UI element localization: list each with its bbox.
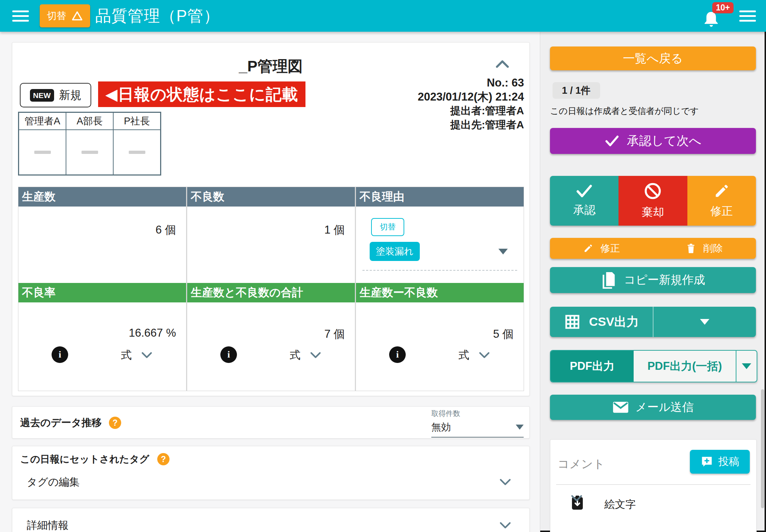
collapse-card-button[interactable] xyxy=(495,59,510,70)
reason-switch-button[interactable]: 切替 xyxy=(371,218,404,236)
cell-controls: i 式 xyxy=(187,345,355,365)
tags-edit-accordion[interactable]: タグの編集 xyxy=(27,475,511,489)
details-accordion[interactable]: 詳細情報 xyxy=(27,518,511,532)
column-header: 生産数 xyxy=(18,187,187,207)
header-switch-button[interactable]: 切替 xyxy=(40,4,90,27)
help-icon[interactable]: ? xyxy=(109,417,121,429)
pdf-export-batch-button[interactable]: PDF出力(一括) xyxy=(634,351,736,382)
chevron-down-icon xyxy=(571,495,583,502)
cell-controls: i 式 xyxy=(356,345,524,365)
report-datetime: 2023/01/12(木) 21:24 xyxy=(418,90,524,104)
dropdown-caret-icon xyxy=(516,425,524,430)
dropdown-caret-icon[interactable] xyxy=(498,249,508,254)
edit-delete-button-group: 修正 削除 xyxy=(550,238,756,259)
column-header: 生産数と不良数の合計 xyxy=(187,283,356,302)
formula-label: 式 xyxy=(121,348,132,363)
reason-select[interactable]: 塗装漏れ xyxy=(370,242,508,261)
scrollbar-thumb[interactable] xyxy=(761,389,764,508)
same-author-note: この日報は作成者と受信者が同じです xyxy=(550,105,699,117)
notifications-button[interactable]: 10+ xyxy=(702,1,727,30)
column-header: 不良率 xyxy=(18,283,187,302)
csv-export-button[interactable]: CSV出力 xyxy=(550,307,653,337)
defect-rate-value: 16.667 % xyxy=(129,327,176,340)
warning-triangle-icon xyxy=(71,11,83,21)
fetch-count-value: 無効 xyxy=(431,421,451,434)
defect-rate-cell: 16.667 % i 式 xyxy=(18,302,187,391)
fix-button[interactable]: 修正 xyxy=(687,176,756,226)
header-actions: 10+ xyxy=(702,1,756,30)
info-icon[interactable]: i xyxy=(220,346,237,363)
post-comment-button[interactable]: 投稿 xyxy=(690,450,750,474)
edit-button[interactable]: 修正 xyxy=(550,238,653,259)
emoji-accordion[interactable]: 絵文字 xyxy=(550,491,756,516)
report-submitter: 提出者:管理者A xyxy=(418,104,524,118)
column-header: 生産数ー不良数 xyxy=(356,283,524,302)
formula-toggle[interactable]: 式 xyxy=(121,348,153,363)
formula-label: 式 xyxy=(458,348,469,363)
approve-next-label: 承認して次へ xyxy=(627,133,701,149)
ban-icon xyxy=(643,182,662,200)
empty-stamp-placeholder xyxy=(34,151,51,154)
comment-title: コメント xyxy=(558,456,605,472)
fix-label: 修正 xyxy=(710,204,733,219)
column-header: 不良数 xyxy=(187,187,356,207)
delete-button[interactable]: 削除 xyxy=(653,238,756,259)
defect-count-value: 1 個 xyxy=(324,222,345,238)
stamp-column-header: P社長 xyxy=(113,112,160,130)
fetch-count-value-row[interactable]: 無効 xyxy=(431,421,524,438)
copy-file-icon xyxy=(601,271,617,289)
app-header: 切替 品質管理（P管） 10+ xyxy=(0,0,766,32)
approve-button[interactable]: 承認 xyxy=(550,176,618,226)
defect-count-cell: 1 個 xyxy=(187,207,356,283)
post-comment-label: 投稿 xyxy=(718,455,739,469)
pdf-export-button[interactable]: PDF出力 xyxy=(551,351,634,382)
decision-button-group: 承認 棄却 修正 xyxy=(550,176,756,226)
menu-icon[interactable] xyxy=(12,10,29,22)
pdf-export-button-group: PDF出力 PDF出力(一括) xyxy=(550,350,757,382)
dropdown-caret-icon xyxy=(742,363,751,369)
check-icon xyxy=(575,184,594,198)
back-to-list-button[interactable]: 一覧へ戻る xyxy=(550,46,756,70)
copy-create-button[interactable]: コピー新規作成 xyxy=(550,267,756,293)
mail-icon xyxy=(612,401,629,414)
tags-title: この日報にセットされたタグ xyxy=(20,453,149,466)
approve-and-next-button[interactable]: 承認して次へ xyxy=(550,128,756,154)
info-icon[interactable]: i xyxy=(389,346,406,363)
reason-tag-chip[interactable]: 塗装漏れ xyxy=(370,242,420,261)
send-mail-button[interactable]: メール送信 xyxy=(550,395,756,420)
fetch-count-label: 取得件数 xyxy=(431,409,524,418)
chevron-down-icon xyxy=(310,352,321,359)
chevron-down-icon xyxy=(479,352,490,359)
csv-export-menu-button[interactable] xyxy=(653,307,756,337)
app-root: 切替 品質管理（P管） 10+ _P管理図 xyxy=(0,0,766,532)
stamp-cell xyxy=(19,130,66,175)
production-count-cell: 6 個 xyxy=(18,207,187,283)
pdf-export-menu-button[interactable] xyxy=(736,351,757,382)
csv-export-label: CSV出力 xyxy=(589,314,639,330)
new-tag: NEW xyxy=(30,89,54,102)
tags-title-row: この日報にセットされたタグ ? xyxy=(20,453,170,466)
approve-label: 承認 xyxy=(573,203,595,218)
difference-cell: 5 個 i 式 xyxy=(356,302,524,391)
emoji-label: 絵文字 xyxy=(604,497,636,512)
trash-icon xyxy=(686,243,696,254)
cell-controls: i 式 xyxy=(18,345,186,365)
stamp-column-header: A部長 xyxy=(66,112,113,130)
overflow-menu-icon[interactable] xyxy=(739,10,756,22)
stamp-cell xyxy=(113,130,160,175)
report-card: _P管理図 NEW 新規 ◀日報の状態はここに記載 No.: 63 2023/0… xyxy=(12,42,530,396)
info-icon[interactable]: i xyxy=(52,346,68,363)
history-section: 過去のデータ推移 ? 取得件数 無効 xyxy=(12,406,530,439)
reject-button[interactable]: 棄却 xyxy=(618,176,687,226)
grid-value-row-2: 16.667 % i 式 7 個 i xyxy=(18,302,524,391)
comment-section: コメント 投稿 絵文字 xyxy=(550,439,757,532)
fetch-count-select[interactable]: 取得件数 無効 xyxy=(431,409,524,438)
info-glyph: i xyxy=(58,349,61,360)
formula-toggle[interactable]: 式 xyxy=(290,348,321,363)
report-recipient: 提出先:管理者A xyxy=(418,118,524,132)
formula-toggle[interactable]: 式 xyxy=(458,348,490,363)
help-icon[interactable]: ? xyxy=(157,453,170,465)
notification-count-badge: 10+ xyxy=(712,2,734,13)
stamp-cell xyxy=(66,130,113,175)
report-title: _P管理図 xyxy=(12,56,529,76)
